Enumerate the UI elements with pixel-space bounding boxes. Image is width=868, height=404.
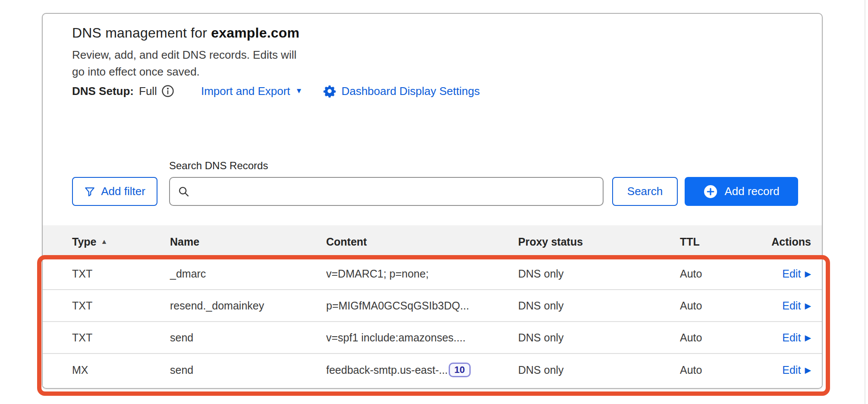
edit-label: Edit (782, 300, 801, 312)
cell-content: v=DMARC1; p=none; (326, 268, 518, 280)
import-export-label: Import and Export (201, 85, 290, 98)
mx-priority-badge: 10 (449, 363, 470, 377)
cell-type: TXT (72, 300, 170, 312)
edit-label: Edit (782, 364, 801, 376)
dashboard-display-settings-link[interactable]: Dashboard Display Settings (323, 85, 480, 98)
plus-circle-icon (703, 184, 718, 199)
cell-ttl: Auto (680, 268, 735, 280)
filter-icon (84, 186, 95, 197)
column-header-type-label: Type (72, 236, 97, 248)
page-title: DNS management for example.com (72, 24, 299, 41)
description-line-2: go into effect once saved. (72, 63, 296, 80)
table-row: TXT resend._domainkey p=MIGfMA0GCSqGSIb3… (43, 290, 822, 322)
edit-label: Edit (782, 268, 801, 280)
title-domain: example.com (211, 25, 299, 41)
table-header-row: Type ▲ Name Content Proxy status TTL Act… (43, 225, 822, 258)
add-record-button[interactable]: Add record (685, 177, 798, 206)
cell-proxy-status: DNS only (518, 268, 680, 280)
column-header-proxy-status: Proxy status (518, 236, 680, 248)
cell-proxy-status: DNS only (518, 364, 680, 376)
add-filter-label: Add filter (101, 185, 145, 198)
edit-arrow-icon: ▶ (805, 333, 811, 343)
table-row: TXT send v=spf1 include:amazonses.... DN… (43, 322, 822, 354)
cell-proxy-status: DNS only (518, 331, 680, 344)
edit-record-link[interactable]: Edit ▶ (782, 300, 811, 312)
search-input-wrapper (169, 177, 604, 206)
cell-ttl: Auto (680, 331, 735, 344)
search-icon (178, 186, 190, 198)
edit-arrow-icon: ▶ (805, 365, 811, 375)
add-record-label: Add record (724, 185, 779, 198)
cell-content: feedback-smtp.us-east-... 10 (326, 363, 518, 377)
page-description: Review, add, and edit DNS records. Edits… (72, 47, 296, 80)
cell-content: p=MIGfMA0GCSqGSIb3DQ... (326, 300, 518, 312)
column-header-type[interactable]: Type ▲ (72, 236, 170, 248)
dns-setup-label: DNS Setup: (72, 85, 134, 98)
edit-arrow-icon: ▶ (805, 269, 811, 279)
dns-setup-row: DNS Setup: Full Import and Export ▼ Dash… (72, 82, 480, 100)
import-export-link[interactable]: Import and Export ▼ (201, 85, 302, 98)
column-header-ttl: TTL (680, 236, 735, 248)
column-header-name: Name (170, 236, 326, 248)
cell-ttl: Auto (680, 364, 735, 376)
search-button[interactable]: Search (612, 177, 678, 206)
table-row: MX send feedback-smtp.us-east-... 10 DNS… (43, 354, 822, 386)
cell-ttl: Auto (680, 300, 735, 312)
dns-management-card: DNS management for example.com Review, a… (42, 13, 823, 389)
edit-label: Edit (782, 331, 801, 344)
cell-type: MX (72, 364, 170, 376)
cell-name: _dmarc (170, 268, 326, 280)
sort-ascending-icon: ▲ (101, 238, 108, 246)
table-row: TXT _dmarc v=DMARC1; p=none; DNS only Au… (43, 258, 822, 290)
chevron-down-icon: ▼ (296, 87, 303, 95)
search-label: Search DNS Records (169, 160, 268, 172)
search-button-label: Search (627, 185, 663, 198)
cell-type: TXT (72, 268, 170, 280)
add-filter-button[interactable]: Add filter (72, 177, 157, 206)
dns-setup-value: Full (139, 85, 157, 98)
cell-name: send (170, 331, 326, 344)
edit-record-link[interactable]: Edit ▶ (782, 364, 811, 376)
gear-icon (323, 85, 336, 98)
cell-name: resend._domainkey (170, 300, 326, 312)
cell-proxy-status: DNS only (518, 300, 680, 312)
edit-record-link[interactable]: Edit ▶ (782, 331, 811, 344)
title-prefix: DNS management for (72, 25, 211, 41)
column-header-actions: Actions (735, 236, 811, 248)
window-edge-line (865, 0, 865, 404)
description-line-1: Review, add, and edit DNS records. Edits… (72, 47, 296, 63)
dns-records-table: Type ▲ Name Content Proxy status TTL Act… (43, 225, 822, 386)
column-header-content: Content (326, 236, 518, 248)
cell-content: v=spf1 include:amazonses.... (326, 331, 518, 344)
dashboard-display-settings-label: Dashboard Display Settings (341, 85, 480, 98)
search-input[interactable] (195, 178, 603, 205)
edit-record-link[interactable]: Edit ▶ (782, 268, 811, 280)
cell-content-text: feedback-smtp.us-east-... (326, 364, 448, 376)
edit-arrow-icon: ▶ (805, 301, 811, 311)
cell-name: send (170, 364, 326, 376)
info-icon[interactable] (161, 85, 174, 98)
cell-type: TXT (72, 331, 170, 344)
